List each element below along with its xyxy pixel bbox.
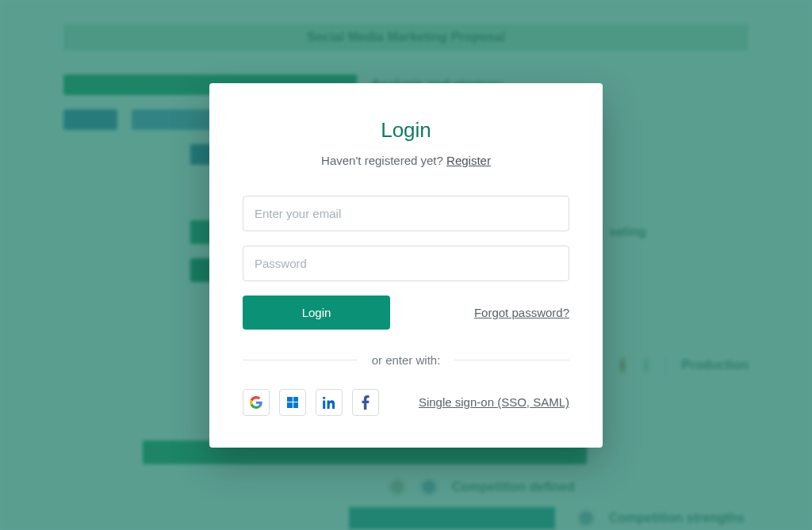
separator-row: or enter with:	[243, 353, 569, 367]
modal-overlay: Login Haven't registered yet? Register L…	[0, 0, 812, 530]
linkedin-icon	[323, 396, 335, 409]
google-icon	[250, 396, 262, 409]
separator-line	[243, 360, 358, 360]
sso-link[interactable]: Single sign-on (SSO, SAML)	[419, 395, 569, 409]
separator-line	[454, 360, 569, 360]
forgot-password-link[interactable]: Forgot password?	[474, 306, 569, 319]
linkedin-login-button[interactable]	[316, 389, 343, 416]
separator-text: or enter with:	[372, 353, 441, 367]
facebook-login-button[interactable]	[352, 389, 379, 416]
google-login-button[interactable]	[243, 389, 270, 416]
password-field[interactable]	[243, 246, 569, 281]
login-button[interactable]: Login	[243, 296, 390, 330]
email-field[interactable]	[243, 196, 569, 231]
modal-title: Login	[243, 118, 569, 143]
register-link[interactable]: Register	[446, 154, 491, 167]
microsoft-login-button[interactable]	[279, 389, 306, 416]
facebook-icon	[362, 395, 370, 410]
microsoft-icon	[287, 397, 298, 408]
login-modal: Login Haven't registered yet? Register L…	[209, 83, 603, 448]
register-prompt: Haven't registered yet?	[321, 154, 446, 167]
register-line: Haven't registered yet? Register	[243, 154, 569, 167]
